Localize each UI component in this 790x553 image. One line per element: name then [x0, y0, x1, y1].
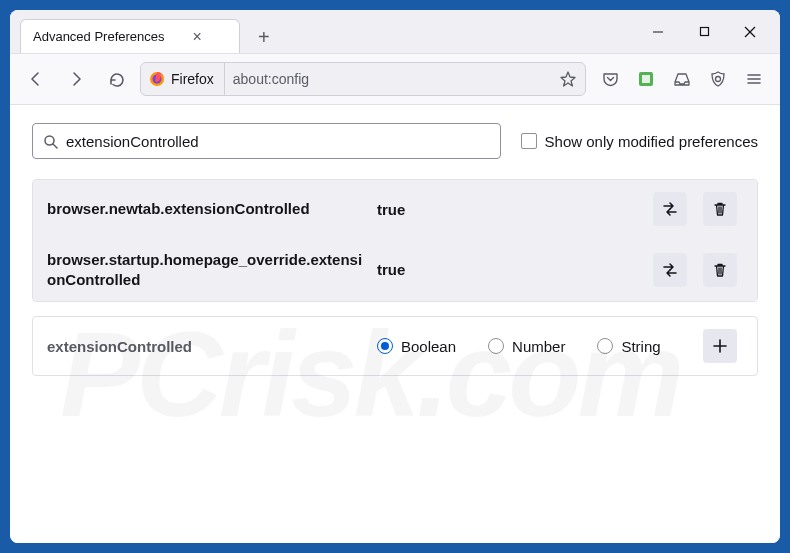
radio-icon: [488, 338, 504, 354]
type-label: String: [621, 338, 660, 355]
search-box[interactable]: [32, 123, 501, 159]
identity-label: Firefox: [171, 71, 214, 87]
url-text: about:config: [233, 71, 551, 87]
svg-line-13: [53, 144, 57, 148]
shield-icon[interactable]: [702, 63, 734, 95]
type-options: Boolean Number String: [377, 338, 693, 355]
titlebar: Advanced Preferences × +: [10, 10, 780, 54]
toolbar-icons: [594, 63, 770, 95]
tab-title: Advanced Preferences: [33, 29, 165, 44]
pref-name: browser.startup.homepage_override.extens…: [47, 250, 367, 289]
svg-rect-1: [700, 28, 708, 36]
pocket-icon[interactable]: [594, 63, 626, 95]
back-button[interactable]: [20, 63, 52, 95]
type-string-radio[interactable]: String: [597, 338, 660, 355]
add-pref-name: extensionControlled: [47, 338, 367, 355]
delete-button[interactable]: [703, 192, 737, 226]
tab-strip: Advanced Preferences × +: [10, 10, 628, 53]
toggle-arrows-icon: [661, 261, 679, 279]
radio-icon: [597, 338, 613, 354]
add-button[interactable]: [703, 329, 737, 363]
forward-button[interactable]: [60, 63, 92, 95]
browser-window: Advanced Preferences × +: [10, 10, 780, 543]
reload-button[interactable]: [100, 63, 132, 95]
close-tab-icon[interactable]: ×: [193, 29, 202, 45]
type-boolean-radio[interactable]: Boolean: [377, 338, 456, 355]
show-modified-label: Show only modified preferences: [545, 133, 758, 150]
address-bar[interactable]: Firefox about:config: [140, 62, 586, 96]
pref-value: true: [377, 261, 643, 278]
bookmark-star-icon[interactable]: [559, 70, 577, 88]
search-input[interactable]: [66, 133, 490, 150]
pref-value: true: [377, 201, 643, 218]
hamburger-menu-icon[interactable]: [738, 63, 770, 95]
pref-row[interactable]: browser.startup.homepage_override.extens…: [33, 238, 757, 301]
inbox-icon[interactable]: [666, 63, 698, 95]
pref-name: browser.newtab.extensionControlled: [47, 199, 367, 219]
radio-icon: [377, 338, 393, 354]
maximize-button[interactable]: [684, 17, 724, 47]
toggle-button[interactable]: [653, 253, 687, 287]
trash-icon: [712, 262, 728, 278]
search-row: Show only modified preferences: [32, 123, 758, 159]
firefox-icon: [149, 71, 165, 87]
trash-icon: [712, 201, 728, 217]
type-label: Boolean: [401, 338, 456, 355]
delete-button[interactable]: [703, 253, 737, 287]
about-config-content: PCrisk.com Show only modified preference…: [10, 105, 780, 543]
svg-point-8: [716, 77, 721, 82]
type-label: Number: [512, 338, 565, 355]
svg-rect-7: [642, 75, 650, 83]
add-pref-row: extensionControlled Boolean Number Strin…: [32, 316, 758, 376]
prefs-table: browser.newtab.extensionControlled true …: [32, 179, 758, 302]
search-icon: [43, 134, 58, 149]
type-number-radio[interactable]: Number: [488, 338, 565, 355]
new-tab-button[interactable]: +: [250, 22, 278, 53]
plus-icon: [712, 338, 728, 354]
tab-active[interactable]: Advanced Preferences ×: [20, 19, 240, 53]
close-window-button[interactable]: [730, 17, 770, 47]
extension-icon[interactable]: [630, 63, 662, 95]
minimize-button[interactable]: [638, 17, 678, 47]
nav-toolbar: Firefox about:config: [10, 54, 780, 105]
show-modified-toggle[interactable]: Show only modified preferences: [521, 133, 758, 150]
pref-row[interactable]: browser.newtab.extensionControlled true: [33, 180, 757, 238]
toggle-button[interactable]: [653, 192, 687, 226]
window-controls: [628, 17, 780, 47]
checkbox-icon[interactable]: [521, 133, 537, 149]
toggle-arrows-icon: [661, 200, 679, 218]
identity-box[interactable]: Firefox: [149, 63, 225, 95]
